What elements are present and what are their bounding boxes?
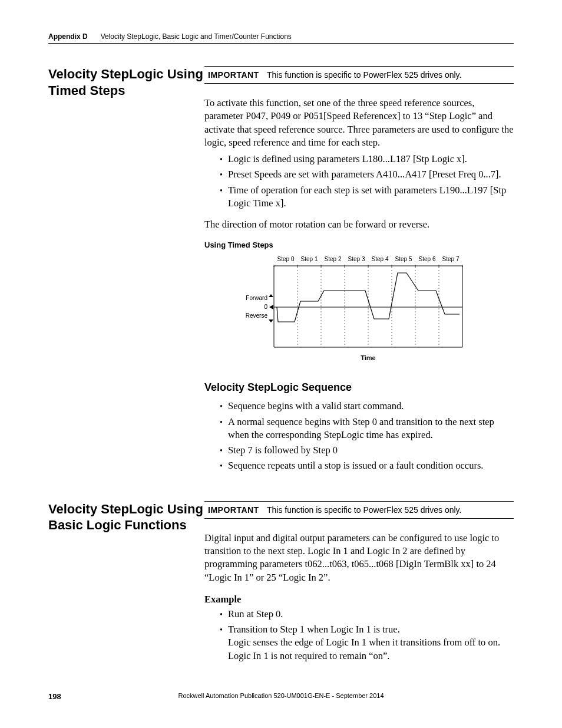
chart-title: Using Timed Steps (204, 241, 514, 249)
list-item: Sequence repeats until a stop is issued … (227, 459, 514, 472)
arrow-down-icon (269, 319, 273, 322)
list-item: A normal sequence begins with Step 0 and… (227, 416, 514, 442)
tick-step0: Step 0 (277, 256, 294, 262)
important-text: This function is specific to PowerFlex 5… (267, 505, 461, 515)
page-body: Velocity StepLogic Using Timed Steps IMP… (48, 66, 514, 681)
bullets-sequence: Sequence begins with a valid start comma… (204, 400, 514, 472)
bullets-config: Logic is defined using parameters L180..… (204, 153, 514, 210)
tick-step2: Step 2 (324, 256, 341, 262)
page-header: Appendix D Velocity StepLogic, Basic Log… (48, 31, 514, 44)
ylabel-forward: Forward (246, 295, 267, 301)
subhead-sequence: Velocity StepLogic Sequence (204, 381, 514, 394)
para-activate: To activate this function, set one of th… (204, 97, 514, 149)
arrow-right-icon (269, 305, 273, 309)
tick-step1: Step 1 (300, 256, 318, 262)
tick-step6: Step 6 (418, 256, 435, 262)
publication-id: Rockwell Automation Publication 520-UM00… (48, 692, 514, 699)
list-item: Sequence begins with a valid start comma… (227, 400, 514, 413)
list-item: Step 7 is followed by Step 0 (227, 444, 514, 457)
important-box-2: IMPORTANT This function is specific to P… (204, 501, 514, 519)
important-box-1: IMPORTANT This function is specific to P… (204, 66, 514, 84)
ylabel-zero: 0 (264, 304, 267, 310)
important-label: IMPORTANT (208, 70, 267, 80)
tick-step5: Step 5 (395, 256, 412, 262)
list-item: Transition to Step 1 when Logic In 1 is … (227, 623, 514, 663)
bullets-example: Run at Step 0. Transition to Step 1 when… (204, 608, 514, 663)
page-footer: 198 Rockwell Automation Publication 520-… (48, 692, 514, 701)
chart-timed-steps: Step 0 Step 1 Step 2 Step 3 Step 4 Step … (204, 254, 514, 366)
ylabel-reverse: Reverse (245, 312, 267, 319)
example-heading: Example (204, 594, 514, 605)
list-item: Run at Step 0. (227, 608, 514, 621)
xlabel-time: Time (361, 354, 375, 361)
section-timed-steps: Velocity StepLogic Using Timed Steps IMP… (48, 66, 514, 481)
section-basic-logic: Velocity StepLogic Using Basic Logic Fun… (48, 501, 514, 671)
para-digital: Digital input and digital output paramet… (204, 532, 514, 584)
list-item: Time of operation for each step is set w… (227, 184, 514, 210)
chart-svg: Step 0 Step 1 Step 2 Step 3 Step 4 Step … (230, 254, 489, 366)
important-text: This function is specific to PowerFlex 5… (267, 70, 461, 80)
section-heading-timed: Velocity StepLogic Using Timed Steps (48, 66, 204, 98)
tick-step4: Step 4 (371, 256, 388, 262)
page: Appendix D Velocity StepLogic, Basic Log… (0, 0, 562, 728)
header-appendix: Appendix D (48, 32, 88, 41)
important-label: IMPORTANT (208, 505, 267, 515)
tick-step3: Step 3 (348, 256, 365, 262)
section-heading-basic: Velocity StepLogic Using Basic Logic Fun… (48, 501, 204, 533)
tick-step7: Step 7 (442, 256, 459, 262)
header-title: Velocity StepLogic, Basic Logic and Time… (101, 32, 292, 41)
para-direction: The direction of motor rotation can be f… (204, 218, 514, 231)
arrow-up-icon (269, 294, 273, 297)
list-item: Logic is defined using parameters L180..… (227, 153, 514, 166)
list-item: Preset Speeds are set with parameters A4… (227, 168, 514, 181)
